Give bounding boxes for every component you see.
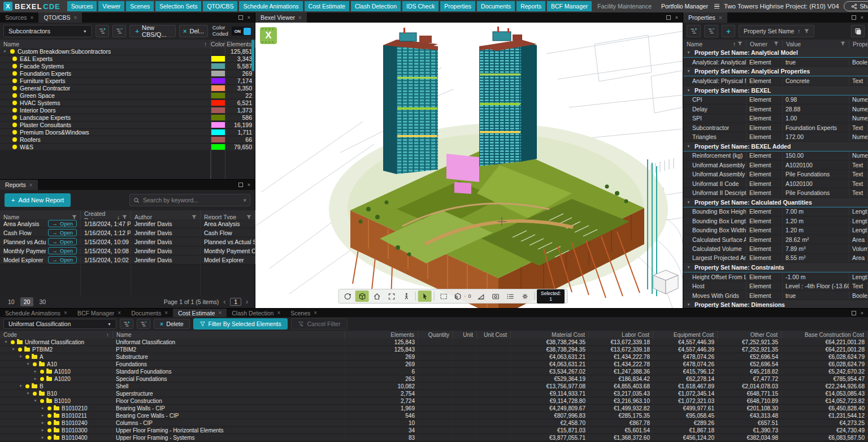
property-row[interactable]: DelayElement28.88Numeric	[683, 105, 868, 114]
property-row[interactable]: SPIElement1.00Numeric	[683, 114, 868, 123]
delete-cbs-button[interactable]: × Del...	[179, 25, 207, 37]
walk-button[interactable]	[400, 291, 413, 302]
property-row[interactable]: SubcontractorElementFoundation ExpertsTe…	[683, 123, 868, 132]
menu-item-selection-sets[interactable]: Selection Sets	[155, 1, 201, 11]
cost-col-base-construction-cost[interactable]: Base Construction Cost	[782, 331, 868, 339]
cost-col-material-cost[interactable]: Material Cost	[511, 331, 589, 339]
maximize-icon[interactable]	[238, 183, 243, 187]
tree-caret-icon[interactable]: ▾	[25, 391, 31, 396]
expand-tree-button[interactable]	[96, 25, 109, 37]
expand-tree-button[interactable]	[120, 319, 133, 329]
property-row[interactable]: Analytical: Analytical ModelElementtrueB…	[683, 58, 868, 67]
copy-properties-button[interactable]	[851, 25, 865, 37]
property-group-header[interactable]: ▾Property Set Name: Analytical Model	[683, 48, 868, 58]
close-icon[interactable]: ×	[861, 310, 863, 316]
tab-properties[interactable]: Properties×	[683, 12, 727, 23]
property-row[interactable]: Analytical: Physical MaterialElementConc…	[683, 76, 868, 85]
close-icon[interactable]: ×	[277, 310, 280, 316]
menu-item-documents[interactable]: Documents	[477, 1, 515, 11]
property-row[interactable]: Moves With GridsElementtrueBoolean	[683, 291, 868, 300]
property-row[interactable]: Uniformat II CodeElementA1020100Text	[683, 179, 868, 188]
tab-bexel-viewer[interactable]: Bexel Viewer×	[255, 12, 307, 23]
tree-caret-icon[interactable]: ▸	[40, 421, 45, 425]
menu-item-sources[interactable]: Sources	[67, 1, 97, 11]
tab-documents[interactable]: Documents×	[126, 309, 173, 317]
close-icon[interactable]: ×	[73, 15, 77, 21]
cost-col-unit-cost[interactable]: Unit Cost	[477, 331, 511, 339]
report-row[interactable]: Cash Flow→Open1/16/2024, 1:12 PMJennifer…	[0, 228, 255, 237]
property-row[interactable]: Bounding Box LengthElement1.20 mLength	[683, 216, 868, 226]
cost-row[interactable]: ▾BShell10,082€13,756,977.08€4,855,403.68…	[0, 383, 868, 390]
property-row[interactable]: TrianglesElement172.00Numeric	[683, 132, 868, 141]
property-row[interactable]: Calculated Surface AreaElement28.62 m²Ar…	[683, 235, 868, 244]
property-group-header[interactable]: ▾Property Set Name: Analytical Propertie…	[683, 67, 868, 76]
box-select-button[interactable]	[437, 291, 450, 302]
property-group-header[interactable]: ▾Property Set Name: Calculated Quantitie…	[683, 198, 868, 207]
tab-bcf-manager[interactable]: BCF Manager×	[72, 309, 126, 317]
visibility-cube-dropdown-button[interactable]: ▼0	[452, 291, 474, 302]
collapse-tree-button[interactable]	[137, 319, 150, 329]
page-size-10[interactable]: 10	[5, 297, 18, 306]
properties-col-name[interactable]: Name↑	[683, 40, 747, 48]
tree-caret-icon[interactable]: ▾	[33, 398, 38, 403]
close-icon[interactable]: ×	[298, 15, 302, 21]
tree-caret-icon[interactable]: ▾	[25, 362, 31, 366]
add-report-button[interactable]: + Add New Report	[5, 193, 71, 207]
classification-dropdown[interactable]: Uniformat Classification ▼	[3, 319, 116, 329]
menu-item-facility-maintenance[interactable]: Facility Maintenance	[593, 1, 656, 11]
qto-row[interactable]: Facade Systems5,587	[0, 63, 255, 70]
close-icon[interactable]: ×	[31, 15, 34, 21]
tab-qto-cbs[interactable]: QTO/CBS×	[38, 12, 82, 23]
cost-row[interactable]: ▾ASubstructure269€4,063,631.21€1,434,222…	[0, 353, 868, 361]
tab-clash-detection[interactable]: Clash Detection×	[227, 309, 285, 317]
qto-col-name[interactable]: Name↑	[0, 40, 211, 48]
cost-row[interactable]: ▾B10Superstructure2,754€9,114,933.71€3,2…	[0, 390, 868, 397]
search-input[interactable]	[143, 197, 240, 203]
cost-row[interactable]: ▸B1010300Upper Floor Framing - Horizonta…	[0, 427, 868, 434]
tab-reports[interactable]: Reports×	[0, 180, 38, 190]
property-row[interactable]: CPIElement0.98Numeric	[683, 96, 868, 105]
tree-caret-icon[interactable]: ▸	[33, 376, 38, 381]
menu-item-properties[interactable]: Properties	[440, 1, 475, 11]
close-icon[interactable]: ×	[248, 15, 250, 20]
menu-item-bcf-manager[interactable]: BCF Manager	[547, 1, 592, 11]
close-icon[interactable]: ×	[314, 310, 317, 316]
tab-sources[interactable]: Sources×	[0, 12, 38, 23]
menu-item-portfolio-manager[interactable]: Portfolio Manager	[657, 1, 712, 11]
tab-cost-estimate[interactable]: Cost Estimate×	[173, 309, 227, 317]
cost-row[interactable]: ▸A1020Special Foundations263€529,364.19€…	[0, 375, 868, 383]
property-group-header[interactable]: ▾Property Set Name: BEXEL	[683, 86, 868, 96]
property-row[interactable]: HostElementLevel : -4th Floor (-13.60)Te…	[683, 281, 868, 291]
tab-schedule-animations[interactable]: Schedule Animations×	[0, 309, 72, 317]
clear-search-icon[interactable]: ×	[243, 197, 246, 203]
orbit-button[interactable]	[341, 291, 354, 302]
cost-col-other-cost[interactable]: Other Cost	[718, 331, 782, 339]
tree-caret-icon[interactable]: ▾	[686, 265, 691, 270]
tree-caret-icon[interactable]: ▾	[686, 200, 691, 205]
qto-row[interactable]: HVAC Systems6,521	[0, 99, 255, 107]
qto-row[interactable]: Roofers66	[0, 136, 255, 144]
cost-col-equipment-cost[interactable]: Equipment Cost	[653, 331, 718, 339]
element-list-button[interactable]	[504, 291, 518, 302]
cancel-filter-button[interactable]: Cancel Filter	[291, 318, 348, 330]
tree-caret-icon[interactable]: ▸	[40, 428, 45, 432]
open-report-button[interactable]: →Open	[48, 229, 77, 236]
close-icon[interactable]: ×	[248, 182, 250, 188]
qto-row[interactable]: Interior Doors1,373	[0, 107, 255, 114]
properties-col-owner[interactable]: Owner	[747, 40, 783, 48]
tree-caret-icon[interactable]: ▾	[18, 354, 23, 359]
cost-col-elements[interactable]: Elements	[345, 331, 418, 339]
maximize-icon[interactable]	[852, 15, 856, 20]
properties-col-property-type[interactable]: Property Type	[849, 40, 868, 48]
cost-row[interactable]: ▾B1010Floor Construction2,724€9,114,728.…	[0, 397, 868, 405]
tree-caret-icon[interactable]: ▸	[33, 369, 38, 374]
tree-caret-icon[interactable]: ▾	[686, 50, 691, 55]
report-row[interactable]: Planned vs Actual Sc...→Open1/15/2024, 1…	[0, 237, 255, 246]
filter-by-selected-button[interactable]: Filter By Selected Elements	[193, 318, 288, 330]
property-group-header[interactable]: ▾Property Set Name: Dimensions	[683, 300, 868, 308]
tree-caret-icon[interactable]: ▸	[40, 435, 45, 440]
menu-item-schedule-animations[interactable]: Schedule Animations	[239, 1, 302, 11]
cost-row[interactable]: ▸B1010400Upper Floor Framing - Systems83…	[0, 434, 868, 441]
tree-caret-icon[interactable]: ▸	[40, 406, 45, 410]
close-icon[interactable]: ×	[164, 310, 168, 316]
